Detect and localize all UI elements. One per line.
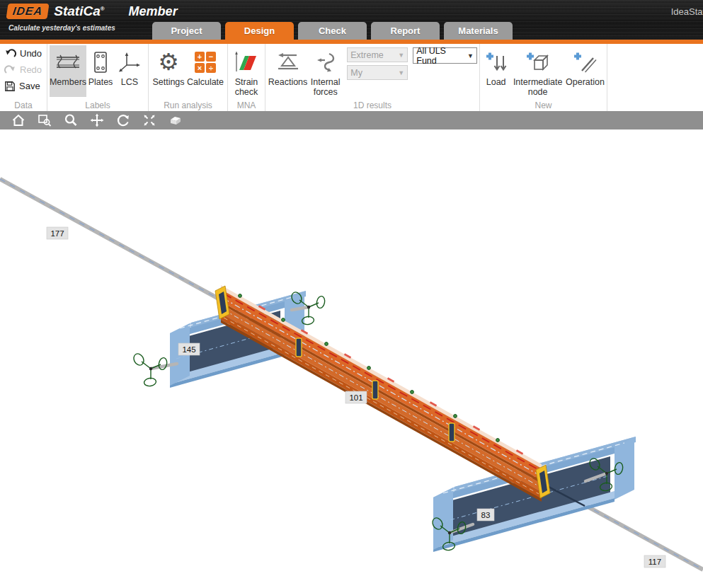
new-intermediate-node-button[interactable]: Intermediate node: [510, 45, 566, 97]
calculate-icon: + − × ÷: [195, 52, 216, 73]
new-load-button[interactable]: Load: [482, 45, 510, 97]
viewport-toolbar: [0, 111, 703, 129]
app-logo: IDEA StatiCa® Member: [7, 4, 178, 19]
internal-forces-button[interactable]: Internal forces: [308, 45, 343, 97]
ribbon: Undo Redo Save Data: [0, 44, 703, 111]
window-title: IdeaStati: [671, 6, 703, 17]
chevron-down-icon: ▼: [398, 69, 404, 76]
solid-view-icon[interactable]: [168, 113, 183, 128]
extreme-dropdown[interactable]: Extreme ▼: [347, 47, 408, 62]
internal-forces-icon: [315, 52, 336, 73]
operation-icon: [573, 51, 597, 74]
member-line-177[interactable]: [0, 179, 224, 301]
ribbon-group-label-new: New: [480, 100, 607, 110]
load-combination-dropdown[interactable]: All ULS Fund ▼: [413, 47, 477, 64]
reactions-button[interactable]: Reactions: [268, 45, 308, 97]
members-button[interactable]: Members: [50, 45, 86, 97]
ribbon-group-mna: Strain check MNA: [228, 44, 265, 111]
ribbon-group-label-run-analysis: Run analysis: [149, 100, 227, 110]
plates-icon: [91, 51, 110, 74]
registered-mark: ®: [101, 6, 105, 12]
member-label: 177: [47, 227, 68, 239]
tab-project[interactable]: Project: [152, 22, 221, 40]
app-header: IDEA StatiCa® Member Calculate yesterday…: [0, 0, 703, 44]
redo-button[interactable]: Redo: [2, 62, 45, 78]
lcs-button[interactable]: LCS: [115, 45, 144, 97]
ribbon-group-run-analysis: ⚙ Settings + − × ÷ Calculate Run analysi…: [149, 44, 228, 111]
ribbon-group-label-labels: Labels: [47, 100, 148, 110]
svg-text:101: 101: [349, 393, 362, 402]
main-tab-bar: Project Design Check Report Materials: [152, 22, 513, 40]
ribbon-group-data: Undo Redo Save Data: [0, 44, 47, 111]
home-view-icon[interactable]: [11, 113, 26, 128]
product-name: Member: [129, 4, 178, 19]
tab-report[interactable]: Report: [371, 22, 440, 40]
undo-button[interactable]: Undo: [2, 45, 45, 62]
my-dropdown[interactable]: My ▼: [347, 65, 408, 80]
ribbon-group-label-data: Data: [0, 100, 47, 110]
zoom-icon[interactable]: [63, 113, 79, 128]
viewport-3d[interactable]: 177 145 101 83 117: [0, 129, 703, 588]
member-label: 117: [644, 555, 665, 567]
save-button[interactable]: Save: [2, 78, 45, 94]
statica-logo-text: StatiCa®: [54, 4, 104, 19]
save-icon: [4, 81, 16, 92]
svg-text:177: 177: [50, 229, 64, 238]
member-label: 83: [477, 509, 494, 521]
member-label: 101: [345, 391, 367, 403]
plates-button[interactable]: Plates: [86, 45, 115, 97]
support-icon[interactable]: [132, 352, 168, 386]
members-icon: [55, 52, 81, 73]
load-icon: [485, 51, 508, 74]
ribbon-empty-area: [607, 44, 703, 111]
zoom-window-icon[interactable]: [37, 113, 52, 128]
svg-text:83: 83: [481, 511, 491, 519]
ribbon-group-new: Load Intermediate node: [480, 44, 607, 111]
pan-icon[interactable]: [89, 113, 105, 128]
chevron-down-icon: ▼: [467, 52, 474, 59]
ribbon-group-1d-results: Reactions Internal forces Extreme ▼: [265, 44, 480, 111]
calculate-button[interactable]: + − × ÷ Calculate: [186, 45, 224, 97]
tab-design[interactable]: Design: [225, 22, 294, 40]
chevron-down-icon: ▼: [398, 52, 404, 59]
strain-check-button[interactable]: Strain check: [230, 45, 263, 97]
idea-logo-badge: IDEA: [6, 4, 49, 19]
svg-text:117: 117: [648, 558, 661, 566]
svg-text:145: 145: [182, 345, 195, 354]
ribbon-group-labels: Members Plates: [47, 44, 149, 111]
tab-check[interactable]: Check: [298, 22, 367, 40]
intermediate-node-icon: [525, 51, 551, 74]
lcs-icon: [118, 51, 142, 74]
gear-icon: ⚙: [158, 50, 179, 75]
new-operation-button[interactable]: Operation: [566, 45, 605, 97]
ribbon-group-label-1d-results: 1D results: [265, 100, 479, 110]
beam-101[interactable]: [215, 285, 550, 502]
fit-view-icon[interactable]: [142, 113, 157, 128]
tab-materials[interactable]: Materials: [444, 22, 513, 40]
tagline: Calculate yesterday's estimates: [8, 24, 115, 32]
settings-button[interactable]: ⚙ Settings: [151, 45, 186, 97]
strain-check-icon: [234, 51, 259, 74]
undo-icon: [4, 48, 16, 59]
ribbon-group-label-mna: MNA: [228, 100, 265, 110]
member-label: 145: [178, 343, 200, 355]
rotate-icon[interactable]: [115, 113, 131, 128]
redo-icon: [4, 64, 16, 75]
reactions-icon: [276, 52, 300, 72]
